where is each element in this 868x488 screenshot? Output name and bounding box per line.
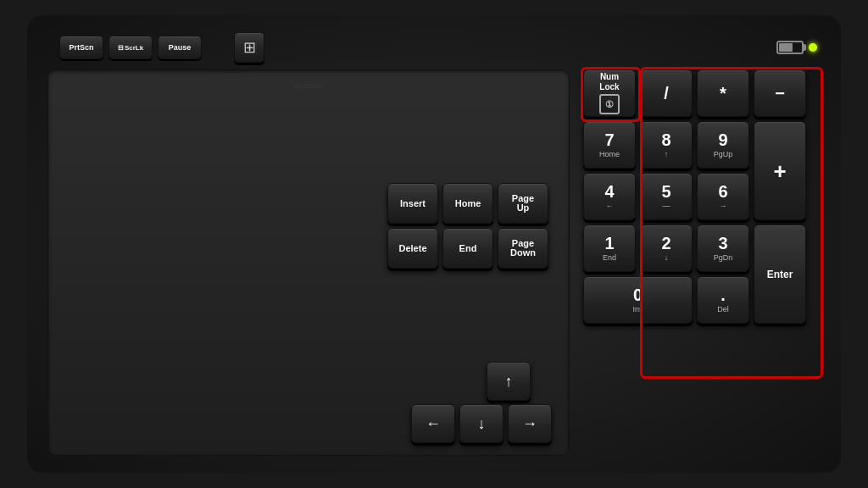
battery-area <box>776 41 817 54</box>
numlock-label: NumLock <box>599 72 619 92</box>
numpad-7-key[interactable]: 7 Home <box>583 121 636 169</box>
numpad-3-key-sub: PgDn <box>714 253 733 262</box>
numpad-9-key[interactable]: 9 PgUp <box>697 121 749 169</box>
top-row: PrtScn ⊟ ScrLk Pause ⊞ <box>47 32 821 63</box>
calculator-icon: ⊞ <box>243 38 256 57</box>
pageup-key[interactable]: PageUp <box>498 183 548 224</box>
end-key[interactable]: End <box>442 228 493 269</box>
numpad-slash-key[interactable]: / <box>640 69 693 117</box>
numpad-9-key-sub: PgUp <box>714 150 733 158</box>
arrow-left-label: ← <box>426 416 441 431</box>
numpad-6-key[interactable]: 6 → <box>697 173 749 220</box>
numpad-asterisk-key-main: * <box>720 85 726 102</box>
numpad-minus-key[interactable]: − <box>754 69 806 117</box>
nav-cluster: Insert Home PageUp Delete End PageDown <box>387 183 557 269</box>
special-keys-group: PrtScn ⊟ ScrLk Pause <box>59 36 202 59</box>
end-label: End <box>459 244 477 253</box>
numpad-dot-key[interactable]: . Del <box>697 276 749 324</box>
pause-key[interactable]: Pause <box>158 36 202 59</box>
numpad-1-key-main: 1 <box>604 235 614 252</box>
arrow-right-key[interactable]: → <box>508 404 552 443</box>
arrow-up-row: ↑ <box>411 362 557 401</box>
numpad-2-key-sub: ↓ <box>665 253 669 262</box>
numpad-7-key-main: 7 <box>604 131 614 148</box>
led-indicator <box>809 43 817 52</box>
battery-icon <box>776 41 804 54</box>
numpad-plus-key-main: + <box>773 160 786 182</box>
scrlk-label: ScrLk <box>125 44 143 52</box>
arrow-bottom-row: ← ↓ → <box>411 404 557 443</box>
keyboard: PrtScn ⊟ ScrLk Pause ⊞ <box>27 15 841 473</box>
arrow-cluster: ↑ ← ↓ → <box>411 362 557 443</box>
numpad-6-key-sub: → <box>720 202 727 210</box>
arrow-down-key[interactable]: ↓ <box>459 404 504 443</box>
arrow-left-key[interactable]: ← <box>411 404 455 443</box>
numpad-2-key[interactable]: 2 ↓ <box>640 225 693 272</box>
numpad-3-key-main: 3 <box>718 235 727 252</box>
numpad-minus-key-main: − <box>775 85 785 102</box>
numlock-key[interactable]: NumLock ① <box>583 69 636 117</box>
numpad-6-key-main: 6 <box>718 183 727 200</box>
pagedown-key[interactable]: PageDown <box>498 228 548 269</box>
home-label: Home <box>455 199 481 208</box>
nav-row-1: Insert Home PageUp <box>387 183 557 224</box>
numpad-5-key[interactable]: 5 — <box>640 173 693 220</box>
calculator-key[interactable]: ⊞ <box>234 32 264 63</box>
numpad-0-key[interactable]: 0 Ins <box>583 276 693 324</box>
numlock-icon: ① <box>599 94 620 114</box>
arrow-right-label: → <box>522 416 537 431</box>
numpad-5-key-sub: — <box>663 202 670 210</box>
numpad-dot-key-sub: Del <box>717 305 729 313</box>
main-area: keyboard Insert Home PageUp Delete End <box>47 69 821 456</box>
numpad-9-key-main: 9 <box>718 131 727 148</box>
numpad-8-key-sub: ↑ <box>665 150 669 158</box>
numpad-asterisk-key[interactable]: * <box>697 69 749 117</box>
numpad-1-key[interactable]: 1 End <box>583 225 636 272</box>
scrlk-key[interactable]: ⊟ ScrLk <box>108 36 153 59</box>
numpad-0-key-main: 0 <box>633 286 643 303</box>
numpad-5-key-main: 5 <box>661 183 670 200</box>
numpad-4-key-sub: ← <box>606 202 614 210</box>
insert-key[interactable]: Insert <box>387 183 438 224</box>
numpad-4-key-main: 4 <box>604 183 614 200</box>
numpad-4-key[interactable]: 4 ← <box>583 173 636 220</box>
arrow-up-label: ↑ <box>505 374 513 389</box>
nav-row-2: Delete End PageDown <box>387 228 557 269</box>
numpad-8-key-main: 8 <box>661 131 670 148</box>
numpad-enter-key-main: Enter <box>767 269 793 280</box>
prtscn-key[interactable]: PrtScn <box>59 36 103 59</box>
numpad-dot-key-main: . <box>721 286 726 303</box>
delete-key[interactable]: Delete <box>387 228 438 269</box>
left-section: keyboard Insert Home PageUp Delete End <box>47 69 821 456</box>
numpad-8-key[interactable]: 8 ↑ <box>640 121 693 169</box>
numpad-section: NumLock ① / * − 7 Home 8 ↑ 9 PgUp + <box>583 69 821 456</box>
pageup-label: PageUp <box>512 194 534 213</box>
keyboard-body-label: keyboard <box>60 82 557 90</box>
scrlk-icon: ⊟ <box>118 44 124 52</box>
numpad-enter-key[interactable]: Enter <box>754 225 806 324</box>
numpad-slash-key-main: / <box>664 85 669 102</box>
battery-fill <box>779 43 793 52</box>
numpad-7-key-sub: Home <box>599 150 620 158</box>
arrow-down-label: ↓ <box>478 416 486 431</box>
arrow-up-key[interactable]: ↑ <box>487 362 531 401</box>
home-key[interactable]: Home <box>442 183 493 224</box>
numpad-3-key[interactable]: 3 PgDn <box>697 225 749 272</box>
numpad-2-key-main: 2 <box>661 235 670 252</box>
delete-label: Delete <box>398 244 426 253</box>
numpad-1-key-sub: End <box>603 253 616 262</box>
numpad-0-key-sub: Ins <box>632 305 643 313</box>
numpad-grid: NumLock ① / * − 7 Home 8 ↑ 9 PgUp + <box>583 69 821 324</box>
numpad-plus-key[interactable]: + <box>754 121 806 220</box>
pagedown-label: PageDown <box>510 239 536 258</box>
insert-label: Insert <box>400 199 426 208</box>
